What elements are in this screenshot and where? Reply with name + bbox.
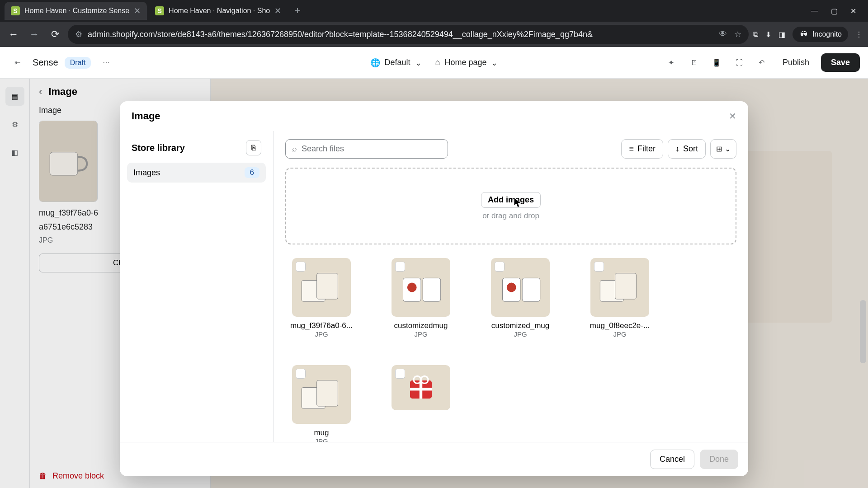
- library-link-button[interactable]: ⎘: [246, 140, 261, 155]
- top-center-selectors: 🌐 Default ⌄ ⌂ Home page ⌄: [370, 58, 498, 68]
- minimize-icon[interactable]: —: [811, 7, 818, 15]
- mobile-icon: 📱: [712, 58, 721, 67]
- sort-button[interactable]: ↕ Sort: [668, 139, 706, 159]
- modal-toolbar: ⌕ Search files ≡ Filter ↕ Sort: [285, 139, 736, 159]
- ai-button[interactable]: ✦: [662, 54, 680, 72]
- view-toggle-button[interactable]: ⊞ ⌄: [710, 139, 736, 159]
- mobile-view-button[interactable]: 📱: [708, 54, 726, 72]
- panel-icon[interactable]: ◨: [778, 30, 785, 39]
- shopify-favicon: S: [155, 6, 164, 15]
- image-thumb[interactable]: [491, 258, 550, 317]
- save-button[interactable]: Save: [821, 53, 860, 72]
- sort-label: Sort: [683, 144, 698, 154]
- library-item-images[interactable]: Images 6: [127, 163, 266, 183]
- downloads-icon[interactable]: ⬇: [765, 30, 771, 39]
- image-type: JPG: [315, 330, 328, 338]
- desktop-view-button[interactable]: 🖥: [685, 54, 703, 72]
- page-label: Home page: [444, 58, 486, 67]
- image-picker-modal: Image ✕ Store library ⎘ Images 6: [120, 101, 748, 476]
- context-label: Default: [385, 58, 410, 67]
- reload-button[interactable]: ⟳: [47, 26, 63, 42]
- browser-tab-active[interactable]: S Home Haven · Customize Sense ✕: [5, 2, 147, 20]
- image-thumb[interactable]: [392, 258, 450, 317]
- more-actions-button[interactable]: ⋯: [97, 54, 115, 72]
- bookmark-icon[interactable]: ☆: [734, 29, 741, 39]
- top-right-controls: ✦ 🖥 📱 ⛶ ↶ Publish Save: [662, 53, 860, 72]
- browser-tab[interactable]: S Home Haven · Navigation · Sho ✕: [149, 2, 288, 20]
- image-thumb[interactable]: [292, 365, 351, 424]
- incognito-badge[interactable]: 🕶 Incognito: [793, 27, 848, 42]
- scrollbar-thumb[interactable]: [860, 300, 866, 363]
- exit-icon: ⇤: [14, 58, 20, 67]
- dropzone[interactable]: Add images or drag and drop: [285, 168, 736, 244]
- page-selector[interactable]: ⌂ Home page ⌄: [435, 58, 498, 68]
- filter-button[interactable]: ≡ Filter: [621, 139, 663, 159]
- link-icon: ⎘: [251, 144, 256, 152]
- close-window-icon[interactable]: ✕: [850, 7, 856, 15]
- tab-bar: S Home Haven · Customize Sense ✕ S Home …: [0, 0, 868, 22]
- extensions-icon[interactable]: ⧉: [753, 30, 758, 38]
- eye-off-icon[interactable]: 👁: [719, 29, 727, 39]
- image-checkbox[interactable]: [395, 262, 405, 272]
- modal-footer: Cancel Done: [120, 442, 748, 476]
- close-icon[interactable]: ✕: [274, 6, 281, 16]
- tab-title: Home Haven · Customize Sense: [24, 7, 129, 15]
- sort-icon: ↕: [675, 144, 679, 154]
- url-bar[interactable]: ⚙ admin.shopify.com/store/de8143-a6/them…: [68, 25, 749, 44]
- image-checkbox[interactable]: [296, 262, 306, 272]
- search-placeholder: Search files: [302, 144, 344, 154]
- image-thumb[interactable]: [292, 258, 351, 317]
- page-scrollbar[interactable]: [859, 47, 867, 488]
- modal-overlay[interactable]: Image ✕ Store library ⎘ Images 6: [0, 79, 868, 488]
- image-checkbox[interactable]: [495, 262, 505, 272]
- filter-icon: ≡: [629, 144, 634, 154]
- undo-icon: ↶: [759, 58, 764, 67]
- incognito-icon: 🕶: [799, 29, 809, 39]
- site-settings-icon[interactable]: ⚙: [75, 29, 82, 39]
- back-button[interactable]: ←: [5, 26, 22, 42]
- mug-icon: [497, 264, 544, 311]
- modal-close-button[interactable]: ✕: [729, 111, 736, 122]
- shopify-favicon: S: [11, 6, 20, 15]
- app-area: ⇤ Sense Draft ⋯ 🌐 Default ⌄ ⌂ Home page …: [0, 47, 868, 488]
- image-name: customized_mug: [491, 321, 550, 330]
- browser-chrome: S Home Haven · Customize Sense ✕ S Home …: [0, 0, 868, 47]
- image-item[interactable]: mug_0f8eec2e-... JPG: [584, 258, 656, 338]
- publish-button[interactable]: Publish: [775, 53, 816, 72]
- library-title: Store library: [132, 143, 185, 153]
- image-type: JPG: [315, 437, 328, 442]
- image-thumb[interactable]: [590, 258, 649, 317]
- image-thumb[interactable]: [392, 365, 450, 410]
- home-icon: ⌂: [435, 58, 440, 67]
- menu-icon[interactable]: ⋮: [855, 30, 863, 39]
- chevron-down-icon: ⌄: [725, 145, 731, 153]
- image-checkbox[interactable]: [296, 369, 306, 379]
- globe-icon: 🌐: [370, 58, 380, 68]
- image-type: JPG: [514, 330, 527, 338]
- image-item[interactable]: mug JPG: [285, 365, 358, 442]
- library-item-label: Images: [133, 168, 160, 178]
- maximize-icon[interactable]: ▢: [831, 7, 838, 15]
- cancel-button[interactable]: Cancel: [650, 450, 694, 469]
- modal-body: Store library ⎘ Images 6 ⌕ Search files: [120, 131, 748, 442]
- dots-icon: ⋯: [103, 58, 110, 67]
- image-checkbox[interactable]: [594, 262, 604, 272]
- mug-icon: [397, 264, 444, 311]
- search-input[interactable]: ⌕ Search files: [285, 139, 448, 159]
- fullscreen-icon: ⛶: [736, 59, 743, 67]
- new-tab-button[interactable]: +: [289, 3, 306, 19]
- close-icon[interactable]: ✕: [134, 6, 141, 16]
- add-images-button[interactable]: Add images: [481, 192, 541, 208]
- context-selector[interactable]: 🌐 Default ⌄: [370, 58, 422, 68]
- fullscreen-button[interactable]: ⛶: [730, 54, 748, 72]
- modal-title: Image: [132, 110, 160, 122]
- image-item[interactable]: customizedmug JPG: [385, 258, 457, 338]
- image-checkbox[interactable]: [395, 369, 405, 379]
- image-item[interactable]: [385, 365, 457, 442]
- image-item[interactable]: mug_f39f76a0-6... JPG: [285, 258, 358, 338]
- svg-rect-12: [317, 380, 338, 406]
- exit-editor-button[interactable]: ⇤: [8, 54, 26, 72]
- image-item[interactable]: customized_mug JPG: [484, 258, 557, 338]
- undo-button[interactable]: ↶: [753, 54, 771, 72]
- chevron-down-icon: ⌄: [415, 58, 422, 68]
